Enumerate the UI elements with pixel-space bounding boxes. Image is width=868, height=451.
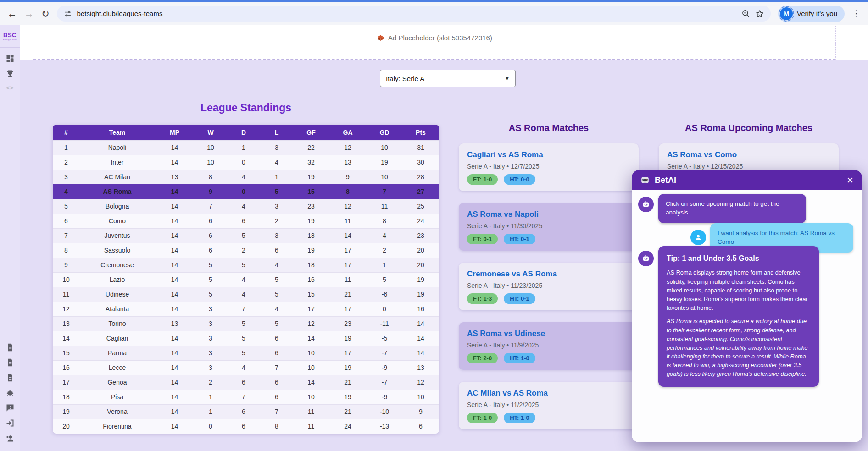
zoom-out-icon[interactable] xyxy=(741,9,751,18)
brick-icon xyxy=(377,34,384,42)
match-meta: Serie A - Italy • 11/9/2025 xyxy=(467,341,630,349)
bug-icon[interactable] xyxy=(6,388,15,397)
table-row[interactable]: 5Bologna1474323121125 xyxy=(53,199,439,214)
document-icon[interactable] xyxy=(6,358,15,367)
trophy-icon[interactable] xyxy=(6,69,15,78)
ft-badge: FT: 1-0 xyxy=(467,412,498,423)
table-cell: 1 xyxy=(194,390,227,404)
table-cell: 5 xyxy=(227,331,260,346)
table-cell: 21 xyxy=(329,287,367,302)
table-cell: 11 xyxy=(293,419,329,434)
column-header: W xyxy=(194,125,227,140)
table-row[interactable]: 19Verona141671121-109 xyxy=(53,404,439,419)
address-bar[interactable]: betsight.club/leagues-teams xyxy=(57,6,771,22)
table-cell: 2 xyxy=(194,375,227,390)
table-cell: 8 xyxy=(194,170,227,184)
match-card[interactable]: AC Milan vs AS RomaSerie A - Italy • 11/… xyxy=(459,382,639,429)
standings-title: League Standings xyxy=(53,102,439,114)
robot-icon xyxy=(640,175,650,185)
table-row[interactable]: 2Inter14100432131930 xyxy=(53,155,439,170)
document-icon[interactable] xyxy=(6,373,15,382)
table-row[interactable]: 9Cremonese145541817120 xyxy=(53,258,439,272)
table-cell: 4 xyxy=(260,258,293,272)
document-icon[interactable] xyxy=(6,343,15,352)
table-cell: 3 xyxy=(194,346,227,360)
url-text[interactable]: betsight.club/leagues-teams xyxy=(77,10,737,17)
table-cell: 9 xyxy=(194,184,227,199)
table-row[interactable]: 12Atalanta143741717016 xyxy=(53,302,439,316)
table-cell: 4 xyxy=(260,155,293,170)
ad-band: Ad Placeholder (slot 5035472316) xyxy=(20,25,868,60)
match-card[interactable]: AS Roma vs NapoliSerie A - Italy • 11/30… xyxy=(459,203,639,251)
match-card[interactable]: Cagliari vs AS RomaSerie A - Italy • 12/… xyxy=(459,143,639,191)
table-row[interactable]: 14Cagliari143561419-514 xyxy=(53,331,439,346)
close-icon[interactable]: ✕ xyxy=(846,175,854,186)
table-row[interactable]: 6Como146621911824 xyxy=(53,214,439,228)
table-row[interactable]: 11Udinese145451521-619 xyxy=(53,287,439,302)
dashboard-icon[interactable] xyxy=(6,54,15,63)
table-cell: 0 xyxy=(227,184,260,199)
column-header: MP xyxy=(155,125,194,140)
table-cell: 5 xyxy=(260,272,293,287)
table-cell: 20 xyxy=(402,258,439,272)
table-row[interactable]: 18Pisa141761019-910 xyxy=(53,390,439,404)
table-cell: Cagliari xyxy=(79,331,155,346)
feedback-icon[interactable] xyxy=(6,403,15,412)
browser-menu-icon[interactable]: ⋮ xyxy=(852,8,861,19)
site-settings-icon[interactable] xyxy=(63,9,72,18)
table-row[interactable]: 7Juventus146531814423 xyxy=(53,228,439,243)
table-cell: 14 xyxy=(155,360,194,375)
betai-header: BetAI ✕ xyxy=(632,170,862,190)
table-cell: 3 xyxy=(260,228,293,243)
table-row[interactable]: 20Fiorentina140681124-136 xyxy=(53,419,439,434)
table-cell: 10 xyxy=(194,155,227,170)
code-icon[interactable]: < > xyxy=(6,84,13,91)
table-row[interactable]: 17Genoa142661421-712 xyxy=(53,375,439,390)
table-cell: 6 xyxy=(194,214,227,228)
match-card[interactable]: Cremonese vs AS RomaSerie A - Italy • 11… xyxy=(459,263,639,310)
table-cell: 10 xyxy=(194,140,227,155)
bookmark-star-icon[interactable] xyxy=(755,9,764,18)
table-row[interactable]: 3AC Milan138411991028 xyxy=(53,170,439,184)
table-cell: 23 xyxy=(329,316,367,331)
table-row[interactable]: 13Torino133551223-1114 xyxy=(53,316,439,331)
table-row[interactable]: 1Napoli14101322121031 xyxy=(53,140,439,155)
table-row[interactable]: 16Lecce143471019-913 xyxy=(53,360,439,375)
table-cell: 8 xyxy=(53,243,79,258)
back-icon[interactable]: ← xyxy=(7,9,17,18)
verify-profile-button[interactable]: M Verify it's you xyxy=(778,6,845,22)
signin-icon[interactable] xyxy=(6,418,15,428)
table-cell: 24 xyxy=(329,419,367,434)
table-cell: 4 xyxy=(53,184,79,199)
table-cell: 7 xyxy=(367,184,402,199)
analysis-message: Tip: 1 and Under 3.5 Goals AS Roma displ… xyxy=(658,246,819,387)
reload-icon[interactable]: ↻ xyxy=(41,9,50,18)
table-cell: 5 xyxy=(194,258,227,272)
league-select[interactable]: Italy: Serie A ▼ xyxy=(380,70,516,87)
score-badges: FT: 1-0HT: 0-0 xyxy=(467,174,630,185)
match-card[interactable]: AS Roma vs UdineseSerie A - Italy • 11/9… xyxy=(459,322,639,370)
add-user-icon[interactable] xyxy=(6,434,15,443)
table-row[interactable]: 8Sassuolo146261917220 xyxy=(53,243,439,258)
table-row[interactable]: 4AS Roma14905158727 xyxy=(53,184,439,199)
ft-badge: FT: 1-0 xyxy=(467,174,498,185)
table-cell: 14 xyxy=(155,243,194,258)
table-cell: 11 xyxy=(329,272,367,287)
table-cell: 14 xyxy=(53,331,79,346)
table-cell: 14 xyxy=(155,375,194,390)
column-header: D xyxy=(227,125,260,140)
column-header: GA xyxy=(329,125,367,140)
ad-label: Ad Placeholder (slot 5035472316) xyxy=(388,34,492,42)
match-meta: Serie A - Italy • 11/23/2025 xyxy=(467,282,630,289)
app-logo[interactable]: BSC betsight.club xyxy=(3,32,17,41)
betai-popup: BetAI ✕ Click on some upcoming match to … xyxy=(632,170,862,442)
table-cell: 4 xyxy=(227,272,260,287)
table-cell: 12 xyxy=(402,375,439,390)
table-row[interactable]: 10Lazio145451611519 xyxy=(53,272,439,287)
table-cell: -11 xyxy=(367,316,402,331)
table-cell: 3 xyxy=(194,360,227,375)
table-row[interactable]: 15Parma143561017-714 xyxy=(53,346,439,360)
table-cell: 14 xyxy=(155,214,194,228)
table-cell: Lecce xyxy=(79,360,155,375)
forward-icon[interactable]: → xyxy=(24,9,34,18)
